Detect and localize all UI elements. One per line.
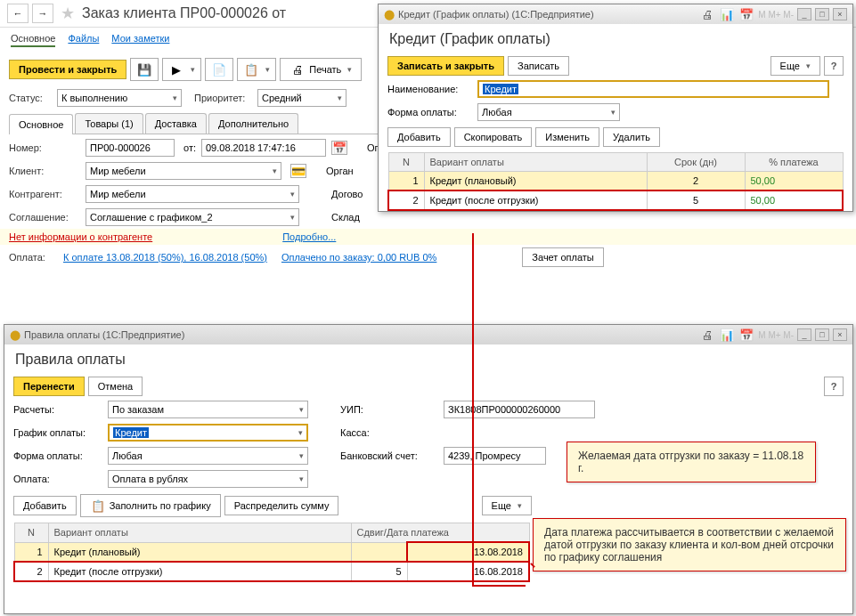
col-term: Срок (дн) <box>647 153 745 172</box>
subtab-extra[interactable]: Дополнительно <box>208 113 298 134</box>
credit-edit-button[interactable]: Изменить <box>535 127 599 147</box>
number-field[interactable]: ПР00-000026 <box>86 139 175 157</box>
callout-2: Дата платежа рассчитывается в соответств… <box>533 518 846 571</box>
paid-info-link[interactable]: Оплачено по заказу: 0,00 RUB 0% <box>281 252 436 263</box>
rules-window-title: Правила оплаты (1С:Предприятие) <box>24 329 184 340</box>
print-icon[interactable]: 🖨 <box>699 7 715 21</box>
schedule-label: График оплаты: <box>13 427 102 438</box>
no-contragent-info-link[interactable]: Нет информации о контрагенте <box>9 231 152 242</box>
col-pct: % платежа <box>745 153 843 172</box>
contragent-select[interactable]: Мир мебели <box>86 185 299 203</box>
offset-button[interactable]: Зачет оплаты <box>522 247 603 267</box>
related-icon-button[interactable]: 📋 <box>237 58 276 81</box>
doc-icon: 📄 <box>211 62 227 77</box>
credit-row-2[interactable]: 2 Кредит (после отгрузки) 5 50,00 <box>388 190 843 210</box>
credit-add-button[interactable]: Добавить <box>387 127 451 147</box>
rules-row-2[interactable]: 2 Кредит (после отгрузки) 5 16.08.2018 <box>14 562 529 581</box>
uip-field[interactable]: ЗК1808ПР000000260000 <box>444 401 595 418</box>
cancel-button[interactable]: Отмена <box>88 377 143 396</box>
credit-delete-button[interactable]: Удалить <box>603 127 660 147</box>
subtab-delivery[interactable]: Доставка <box>145 113 207 134</box>
uip-label: УИП: <box>340 404 438 415</box>
tab-main[interactable]: Основное <box>11 33 55 47</box>
from-label: от: <box>183 142 196 153</box>
close-button[interactable]: × <box>833 8 847 20</box>
tab-notes[interactable]: Мои заметки <box>111 33 169 47</box>
rules-payment-label: Оплата: <box>13 474 102 484</box>
client-select[interactable]: Мир мебели <box>86 162 281 180</box>
credit-copy-button[interactable]: Скопировать <box>454 127 533 147</box>
minimize-button[interactable]: _ <box>797 328 811 341</box>
payment-label: Оплата: <box>9 252 58 263</box>
post-close-button[interactable]: Провести и закрыть <box>9 60 126 79</box>
rules-form-select[interactable]: Любая <box>108 447 308 465</box>
print-icon[interactable]: 🖨 <box>699 328 715 342</box>
priority-select[interactable]: Средний <box>257 89 346 107</box>
credit-more-button[interactable]: Еще <box>770 56 820 76</box>
schedule-select[interactable]: Кредит <box>108 424 308 442</box>
rules-distribute-button[interactable]: Распределить сумму <box>224 496 339 515</box>
credit-dialog: ⬤ Кредит (График оплаты) (1С:Предприятие… <box>378 4 853 212</box>
rules-row-1[interactable]: 1 Кредит (плановый) 13.08.2018 <box>14 542 529 562</box>
subtab-goods[interactable]: Товары (1) <box>75 113 143 134</box>
credit-save-button[interactable]: Записать <box>508 56 569 76</box>
cal-icon[interactable]: 📅 <box>738 328 754 342</box>
rules-payment-select[interactable]: Оплата в рублях <box>108 470 308 488</box>
app-icon: ⬤ <box>10 329 20 341</box>
maximize-button[interactable]: □ <box>815 8 829 20</box>
help-button[interactable]: ? <box>824 377 844 396</box>
calendar-icon[interactable]: 📅 <box>331 141 347 155</box>
post-icon-button[interactable]: ▶ <box>162 58 201 81</box>
more-link[interactable]: Подробно... <box>282 231 336 242</box>
credit-window-title: Кредит (График оплаты) (1С:Предприятие) <box>398 9 594 20</box>
sklad-label: Склад <box>331 212 360 223</box>
client-label: Клиент: <box>9 166 80 176</box>
doc2-icon: 📋 <box>243 62 259 77</box>
fill-icon: 📋 <box>90 498 106 513</box>
app-icon: ⬤ <box>384 9 395 20</box>
cal-icon[interactable]: 📅 <box>738 7 754 21</box>
dogovor-label: Догово <box>331 189 363 199</box>
help-button[interactable]: ? <box>824 56 844 76</box>
printer-icon: 🖨 <box>289 62 306 77</box>
account-label: Банковский счет: <box>340 450 438 461</box>
rules-form-label: Форма оплаты: <box>13 450 102 461</box>
save-icon-button[interactable]: 💾 <box>130 58 159 81</box>
credit-form-select[interactable]: Любая <box>477 103 620 121</box>
agreement-label: Соглашение: <box>9 212 80 223</box>
calc-label: Расчеты: <box>13 404 102 415</box>
credit-name-field[interactable]: Кредит <box>477 80 829 98</box>
rules-add-button[interactable]: Добавить <box>13 496 77 515</box>
disk-icon: 💾 <box>136 62 152 77</box>
status-select[interactable]: К выполнению <box>57 89 182 107</box>
maximize-button[interactable]: □ <box>815 328 829 341</box>
date-field[interactable]: 09.08.2018 17:47:16 <box>201 139 326 157</box>
subtab-main[interactable]: Основное <box>9 114 73 134</box>
card-icon[interactable]: 💳 <box>290 164 306 178</box>
rules-grid[interactable]: N Вариант оплаты Сдвиг/Дата платежа 1 Кр… <box>13 523 530 582</box>
agreement-select[interactable]: Соглашение с графиком_2 <box>86 208 299 226</box>
transfer-button[interactable]: Перенести <box>13 377 85 396</box>
calc-icon[interactable]: 📊 <box>719 328 735 342</box>
minimize-button[interactable]: _ <box>797 8 811 20</box>
close-button[interactable]: × <box>833 328 847 341</box>
credit-save-close-button[interactable]: Записать и закрыть <box>387 56 504 76</box>
credit-grid[interactable]: N Вариант оплаты Срок (дн) % платежа 1 К… <box>387 152 844 211</box>
page-title: Заказ клиента ПР00-000026 от <box>82 5 286 21</box>
credit-row-1[interactable]: 1 Кредит (плановый) 2 50,00 <box>388 172 843 191</box>
calc-icon[interactable]: 📊 <box>719 7 735 21</box>
callout-1: Желаемая дата отгрузки по заказу = 11.08… <box>567 442 816 482</box>
credit-name-label: Наименование: <box>387 84 472 94</box>
payment-info-link[interactable]: К оплате 13.08.2018 (50%), 16.08.2018 (5… <box>63 252 267 263</box>
forward-button[interactable]: → <box>32 4 53 23</box>
print-button[interactable]: 🖨Печать <box>280 58 362 81</box>
rules-fill-button[interactable]: 📋Заполнить по графику <box>80 494 221 517</box>
back-button[interactable]: ← <box>7 4 29 23</box>
account-field[interactable]: 4239, Промресу <box>444 447 546 465</box>
document-icon-button[interactable]: 📄 <box>205 58 233 81</box>
calc-select[interactable]: По заказам <box>108 401 308 418</box>
tab-files[interactable]: Файлы <box>68 33 99 47</box>
favorite-star-icon[interactable]: ★ <box>61 4 75 23</box>
connector-line-v <box>472 233 474 585</box>
rules-more-button[interactable]: Еще <box>482 496 532 515</box>
